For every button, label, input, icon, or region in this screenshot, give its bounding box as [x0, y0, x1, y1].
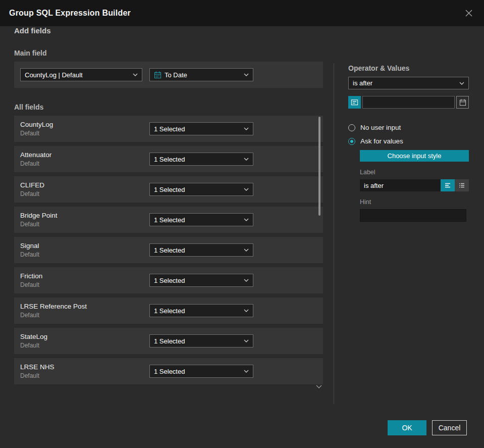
hint-input[interactable] — [360, 209, 466, 222]
date-picker-button[interactable] — [456, 96, 469, 109]
field-subtitle: Default — [20, 130, 149, 137]
field-selected-dropdown[interactable]: 1 Selected — [149, 274, 253, 287]
all-fields-list: CountyLog Default 1 Selected Attenuator … — [14, 116, 323, 384]
field-subtitle: Default — [20, 342, 149, 349]
single-line-style-button[interactable] — [441, 179, 455, 191]
field-info: CountyLog Default — [20, 121, 149, 137]
field-subtitle: Default — [20, 190, 149, 197]
list-style-button[interactable] — [455, 179, 469, 191]
field-row: Friction Default 1 Selected — [14, 267, 323, 293]
field-selected-dropdown[interactable]: 1 Selected — [149, 304, 253, 317]
relative-date-button[interactable] — [348, 96, 361, 109]
calendar-icon — [154, 71, 162, 79]
radio-selected-icon — [348, 138, 355, 145]
field-info: Signal Default — [20, 242, 149, 258]
choose-input-style-button[interactable]: Choose input style — [360, 150, 469, 162]
field-selected-value: 1 Selected — [154, 186, 241, 193]
chevron-down-icon — [244, 309, 249, 312]
field-selected-dropdown[interactable]: 1 Selected — [149, 243, 253, 257]
add-fields-heading: Add fields — [14, 26, 323, 35]
field-row: StateLog Default 1 Selected — [14, 328, 323, 354]
field-info: LRSE Reference Post Default — [20, 303, 149, 319]
main-field-date-select[interactable]: To Date — [149, 68, 253, 81]
field-info: LRSE NHS Default — [20, 363, 149, 379]
operator-select-value: is after — [353, 79, 456, 87]
align-left-icon — [444, 182, 451, 189]
field-info: CLIFED Default — [20, 181, 149, 197]
field-selected-value: 1 Selected — [154, 246, 241, 254]
chevron-down-icon — [316, 385, 322, 388]
field-selected-dropdown[interactable]: 1 Selected — [149, 122, 253, 135]
chevron-down-icon — [244, 279, 249, 282]
label-row — [360, 179, 469, 191]
field-selected-value: 1 Selected — [154, 216, 241, 224]
scroll-down-button[interactable] — [316, 385, 322, 388]
chevron-down-icon — [244, 370, 249, 373]
field-selected-value: 1 Selected — [154, 277, 241, 284]
group-sql-expression-builder-dialog: Group SQL Expression Builder Add fields … — [0, 0, 484, 448]
chevron-down-icon — [244, 158, 249, 161]
radio-unselected-icon — [348, 124, 355, 131]
field-row: CountyLog Default 1 Selected — [14, 116, 323, 142]
field-name: LRSE Reference Post — [20, 303, 149, 310]
main-field-select-value: CountyLog | Default — [25, 71, 130, 79]
field-selected-value: 1 Selected — [154, 337, 241, 345]
field-name: CountyLog — [20, 121, 149, 128]
main-field-date-value: To Date — [165, 71, 241, 79]
date-value-input[interactable] — [362, 96, 455, 109]
field-subtitle: Default — [20, 251, 149, 258]
scrollbar-thumb[interactable] — [318, 117, 320, 216]
calendar-icon — [459, 99, 466, 106]
field-subtitle: Default — [20, 221, 149, 228]
chevron-down-icon — [459, 82, 464, 85]
chevron-down-icon — [244, 188, 249, 191]
field-name: Attenuator — [20, 151, 149, 159]
field-subtitle: Default — [20, 372, 149, 379]
radio-ask-for-values[interactable]: Ask for values — [348, 137, 469, 145]
radio-no-user-input-label: No user input — [360, 124, 401, 131]
field-row: CLIFED Default 1 Selected — [14, 176, 323, 203]
date-value-row — [348, 96, 469, 109]
chevron-down-icon — [244, 127, 249, 130]
field-row: LRSE NHS Default 1 Selected — [14, 358, 323, 384]
ok-button[interactable]: OK — [388, 420, 426, 435]
radio-ask-for-values-label: Ask for values — [360, 137, 403, 145]
cancel-button[interactable]: Cancel — [432, 420, 467, 435]
label-input[interactable] — [360, 179, 441, 191]
field-selected-dropdown[interactable]: 1 Selected — [149, 183, 253, 196]
field-info: Friction Default — [20, 272, 149, 288]
chevron-down-icon — [244, 73, 249, 76]
vertical-divider — [334, 63, 334, 404]
close-button[interactable] — [463, 7, 475, 19]
field-row: Bridge Point Default 1 Selected — [14, 207, 323, 233]
chevron-down-icon — [244, 218, 249, 221]
field-row: Attenuator Default 1 Selected — [14, 146, 323, 172]
main-field-label: Main field — [14, 49, 323, 57]
field-subtitle: Default — [20, 312, 149, 319]
field-name: StateLog — [20, 333, 149, 340]
radio-no-user-input[interactable]: No user input — [348, 124, 469, 131]
field-selected-value: 1 Selected — [154, 125, 241, 133]
field-subtitle: Default — [20, 160, 149, 167]
field-selected-dropdown[interactable]: 1 Selected — [149, 365, 253, 378]
field-selected-value: 1 Selected — [154, 156, 241, 163]
chevron-down-icon — [244, 248, 249, 252]
field-info: StateLog Default — [20, 333, 149, 349]
field-name: CLIFED — [20, 181, 149, 189]
list-icon — [458, 182, 465, 189]
hint-field-label: Hint — [360, 198, 469, 206]
main-field-select[interactable]: CountyLog | Default — [20, 68, 142, 81]
field-selected-value: 1 Selected — [154, 307, 241, 315]
field-name: Bridge Point — [20, 212, 149, 219]
field-selected-dropdown[interactable]: 1 Selected — [149, 153, 253, 166]
field-info: Bridge Point Default — [20, 212, 149, 228]
dialog-title: Group SQL Expression Builder — [9, 9, 131, 18]
operator-values-heading: Operator & Values — [348, 64, 469, 72]
field-selected-dropdown[interactable]: 1 Selected — [149, 334, 253, 347]
field-row: LRSE Reference Post Default 1 Selected — [14, 297, 323, 324]
field-selected-dropdown[interactable]: 1 Selected — [149, 213, 253, 226]
field-info: Attenuator Default — [20, 151, 149, 167]
field-row: Signal Default 1 Selected — [14, 237, 323, 263]
all-fields-label: All fields — [14, 103, 323, 111]
operator-select[interactable]: is after — [348, 77, 469, 89]
